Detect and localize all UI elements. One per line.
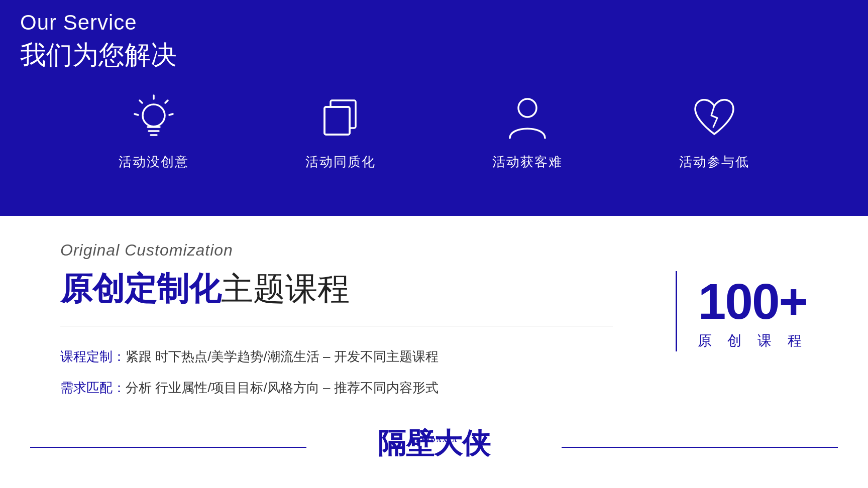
heart-broken-icon	[689, 93, 739, 143]
desc2-text: 分析 行业属性/项目目标/风格方向 – 推荐不同内容形式	[126, 380, 439, 395]
icon-label-heart: 活动参与低	[679, 153, 749, 171]
svg-point-12	[518, 99, 536, 117]
bottom-section: Original Customization 原创定制化 主题课程 课程定制：紧…	[0, 216, 868, 488]
icon-item-user: 活动获客难	[492, 93, 563, 171]
svg-line-3	[140, 100, 142, 103]
icon-item-copy: 活动同质化	[305, 93, 376, 171]
brand-logo-text: 隔壁大侠 GEBIDAXIA	[378, 425, 490, 463]
icon-label-copy: 活动同质化	[305, 153, 376, 171]
svg-line-4	[135, 114, 138, 115]
svg-point-5	[143, 104, 165, 127]
desc1-label: 课程定制：	[60, 349, 126, 364]
desc-line-2: 需求匹配：分析 行业属性/项目目标/风格方向 – 推荐不同内容形式	[60, 378, 828, 399]
section-divider	[60, 326, 613, 326]
lightbulb-icon	[129, 93, 179, 143]
copy-icon	[315, 93, 366, 143]
stat-divider-line	[676, 271, 677, 351]
svg-line-1	[165, 100, 168, 103]
logo-line-left	[30, 447, 306, 448]
stat-block: 100+ 原 创 课 程	[698, 276, 808, 350]
user-icon	[502, 93, 553, 143]
desc1-text: 紧跟 时下热点/美学趋势/潮流生活 – 开发不同主题课程	[126, 349, 439, 364]
stat-number: 100+	[698, 276, 808, 326]
brand-logo-subtext: GEBIDAXIA	[410, 436, 458, 444]
stat-label: 原 创 课 程	[698, 331, 808, 350]
service-title-en: Our Service	[20, 10, 848, 35]
top-section: Our Service 我们为您解决 活动没创意	[0, 0, 868, 216]
svg-rect-10	[324, 107, 350, 135]
logo-line-right	[562, 447, 838, 448]
icon-label-lightbulb: 活动没创意	[119, 153, 189, 171]
svg-line-2	[169, 114, 173, 115]
icon-item-heart: 活动参与低	[679, 93, 749, 171]
customization-subtitle-en: Original Customization	[60, 241, 828, 260]
customization-title-zh-blue: 原创定制化	[60, 267, 221, 311]
service-title-zh: 我们为您解决	[20, 38, 848, 73]
desc2-label: 需求匹配：	[60, 380, 126, 395]
description-block: 课程定制：紧跟 时下热点/美学趋势/潮流生活 – 开发不同主题课程 需求匹配：分…	[60, 346, 828, 398]
icon-item-lightbulb: 活动没创意	[119, 93, 189, 171]
customization-title-zh-black: 主题课程	[221, 267, 350, 311]
icons-row: 活动没创意 活动同质化 活动获客难	[20, 93, 848, 171]
icon-label-user: 活动获客难	[492, 153, 563, 171]
